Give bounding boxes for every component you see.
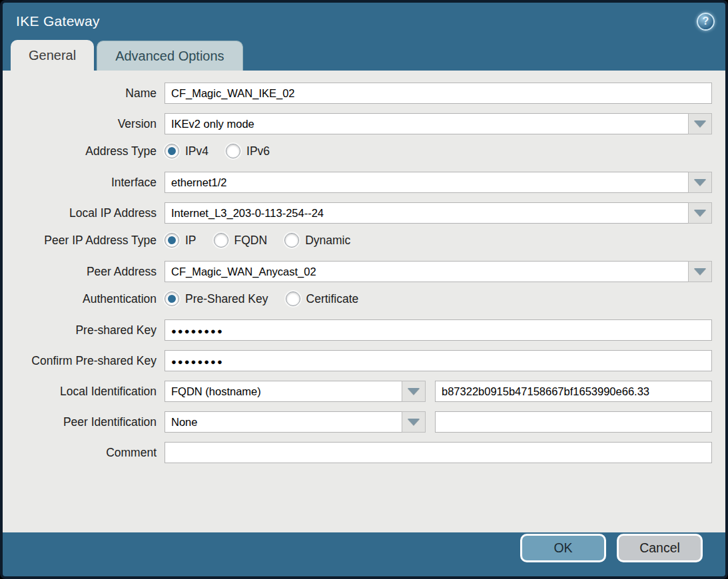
interface-dropdown-button[interactable] bbox=[688, 172, 712, 193]
interface-select[interactable] bbox=[165, 172, 689, 193]
peer-address-label: Peer Address bbox=[3, 265, 165, 279]
title-bar: IKE Gateway ? bbox=[3, 3, 725, 40]
pre-shared-key-input[interactable] bbox=[165, 319, 712, 341]
help-icon[interactable]: ? bbox=[697, 13, 715, 31]
comment-label: Comment bbox=[3, 446, 165, 460]
radio-peer-fqdn[interactable] bbox=[214, 233, 228, 248]
peer-identification-type-select[interactable] bbox=[165, 411, 402, 433]
general-tab-panel: Name Version Address Type IPv4 IPv6 bbox=[3, 71, 725, 532]
version-label: Version bbox=[3, 117, 165, 131]
name-label: Name bbox=[3, 87, 165, 100]
radio-peer-dynamic[interactable] bbox=[284, 233, 299, 248]
confirm-pre-shared-key-row: Confirm Pre-shared Key bbox=[3, 350, 712, 371]
ok-button[interactable]: OK bbox=[520, 534, 606, 562]
local-identification-dropdown-button[interactable] bbox=[402, 381, 426, 402]
version-select[interactable] bbox=[165, 113, 689, 134]
radio-peer-dynamic-label: Dynamic bbox=[305, 234, 350, 248]
confirm-pre-shared-key-label: Confirm Pre-shared Key bbox=[3, 354, 165, 368]
peer-address-dropdown-button[interactable] bbox=[688, 261, 712, 282]
local-ip-address-dropdown-button[interactable] bbox=[688, 202, 712, 224]
name-input[interactable] bbox=[165, 83, 712, 104]
chevron-down-icon bbox=[408, 419, 420, 425]
name-row: Name bbox=[3, 83, 712, 104]
dialog-footer: OK Cancel bbox=[3, 532, 725, 576]
peer-address-row: Peer Address bbox=[3, 261, 712, 282]
local-ip-address-label: Local IP Address bbox=[3, 206, 165, 220]
radio-ipv6[interactable] bbox=[226, 144, 240, 158]
version-row: Version bbox=[3, 113, 712, 134]
local-identification-label: Local Identification bbox=[3, 385, 165, 399]
peer-ip-address-type-label: Peer IP Address Type bbox=[3, 234, 165, 248]
radio-peer-ip-label: IP bbox=[185, 234, 196, 248]
radio-pre-shared-key[interactable] bbox=[165, 291, 179, 306]
authentication-row: Authentication Pre-Shared Key Certificat… bbox=[3, 291, 712, 306]
address-type-label: Address Type bbox=[3, 144, 165, 158]
radio-ipv4[interactable] bbox=[165, 144, 179, 158]
radio-ipv4-label: IPv4 bbox=[185, 144, 208, 158]
radio-ipv6-label: IPv6 bbox=[246, 144, 270, 158]
comment-input[interactable] bbox=[165, 442, 712, 463]
local-identification-value-input[interactable] bbox=[435, 381, 712, 402]
radio-peer-ip[interactable] bbox=[165, 233, 179, 248]
tab-general[interactable]: General bbox=[11, 40, 94, 71]
pre-shared-key-label: Pre-shared Key bbox=[3, 323, 165, 337]
chevron-down-icon bbox=[694, 210, 706, 216]
peer-identification-dropdown-button[interactable] bbox=[402, 411, 426, 433]
ike-gateway-dialog: IKE Gateway ? General Advanced Options N… bbox=[0, 0, 728, 579]
radio-certificate[interactable] bbox=[286, 291, 300, 306]
local-ip-address-row: Local IP Address bbox=[3, 202, 712, 224]
peer-ip-address-type-row: Peer IP Address Type IP FQDN Dynamic bbox=[3, 233, 712, 248]
interface-label: Interface bbox=[3, 176, 165, 190]
interface-row: Interface bbox=[3, 172, 712, 193]
chevron-down-icon bbox=[408, 388, 420, 395]
confirm-pre-shared-key-input[interactable] bbox=[165, 350, 712, 371]
chevron-down-icon bbox=[694, 268, 706, 275]
peer-address-select[interactable] bbox=[165, 261, 689, 282]
radio-certificate-label: Certificate bbox=[306, 292, 359, 306]
tab-advanced-options[interactable]: Advanced Options bbox=[97, 41, 242, 71]
version-dropdown-button[interactable] bbox=[688, 113, 712, 134]
authentication-label: Authentication bbox=[3, 292, 165, 306]
address-type-row: Address Type IPv4 IPv6 bbox=[3, 144, 712, 158]
peer-identification-row: Peer Identification bbox=[3, 411, 712, 433]
local-identification-type-select[interactable] bbox=[165, 381, 402, 402]
tab-bar: General Advanced Options bbox=[3, 40, 725, 71]
local-identification-row: Local Identification bbox=[3, 381, 712, 402]
pre-shared-key-row: Pre-shared Key bbox=[3, 319, 712, 341]
peer-identification-label: Peer Identification bbox=[3, 415, 165, 429]
chevron-down-icon bbox=[694, 120, 706, 127]
radio-pre-shared-key-label: Pre-Shared Key bbox=[185, 292, 268, 306]
chevron-down-icon bbox=[694, 179, 706, 186]
dialog-title: IKE Gateway bbox=[16, 13, 100, 29]
peer-identification-value-input[interactable] bbox=[435, 411, 712, 433]
comment-row: Comment bbox=[3, 442, 712, 463]
cancel-button[interactable]: Cancel bbox=[617, 534, 703, 562]
local-ip-address-select[interactable] bbox=[165, 202, 689, 224]
radio-peer-fqdn-label: FQDN bbox=[234, 234, 268, 248]
